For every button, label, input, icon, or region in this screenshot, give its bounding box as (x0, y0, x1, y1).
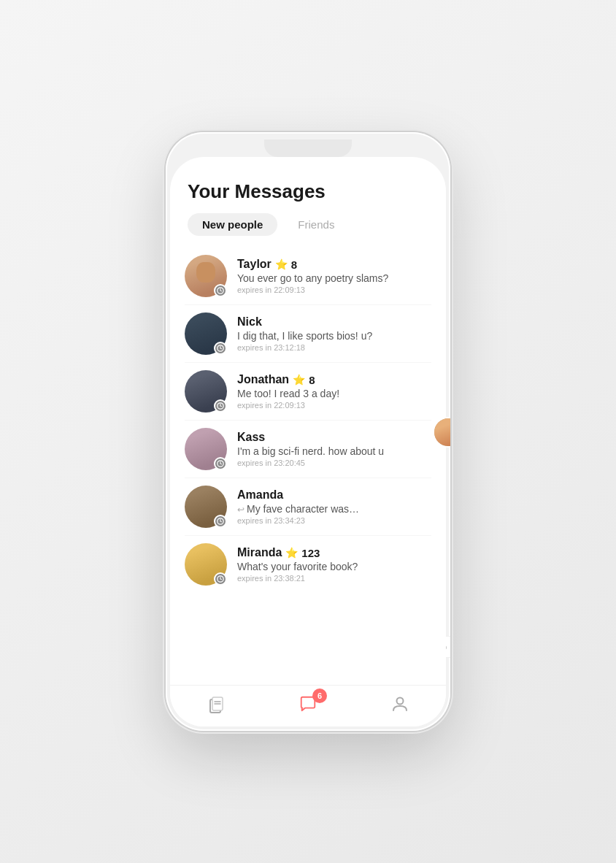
message-content-amanda: Amanda ↩My fave character was… expires i… (227, 488, 431, 525)
bottom-nav: 6 (170, 685, 446, 726)
message-item-nick[interactable]: Nick I dig that, I like sports bios! u? … (170, 305, 446, 362)
tabs-container: New people Friends (188, 213, 428, 236)
expires-miranda: expires in 23:38:21 (237, 574, 431, 583)
phone-frame: Typ Your Messages New people Friends (166, 132, 450, 731)
expires-taylor: expires in 22:09:13 (237, 285, 431, 294)
cards-icon (207, 694, 226, 713)
tab-new-people[interactable]: New people (188, 213, 277, 236)
star-miranda: ⭐ (285, 547, 298, 559)
timer-badge-nick (214, 342, 227, 355)
message-content-nick: Nick I dig that, I like sports bios! u? … (227, 315, 431, 352)
message-content-jonathan: Jonathan ⭐ 8 Me too! I read 3 a day! exp… (227, 373, 431, 410)
page-title: Your Messages (188, 180, 428, 203)
back-button[interactable] (442, 220, 450, 249)
header: Your Messages New people Friends (170, 169, 446, 248)
star-jonathan: ⭐ (293, 374, 305, 386)
message-item-miranda[interactable]: Miranda ⭐ 123 What's your favorite book?… (170, 536, 446, 593)
name-taylor: Taylor (237, 258, 272, 271)
expires-nick: expires in 23:12:18 (237, 343, 431, 352)
preview-kass: I'm a big sci-fi nerd. how about u (237, 445, 431, 457)
message-list: Taylor ⭐ 8 You ever go to any poetry sla… (170, 248, 446, 685)
message-item-taylor[interactable]: Taylor ⭐ 8 You ever go to any poetry sla… (170, 248, 446, 304)
message-item-kass[interactable]: Kass I'm a big sci-fi nerd. how about u … (170, 421, 446, 477)
preview-miranda: What's your favorite book? (237, 561, 431, 572)
score-miranda: 123 (301, 547, 320, 559)
message-item-amanda[interactable]: Amanda ↩My fave character was… expires i… (170, 478, 446, 535)
messages-badge: 6 (312, 689, 327, 703)
svg-line-14 (220, 521, 222, 522)
svg-line-17 (220, 579, 222, 580)
svg-point-22 (397, 698, 404, 705)
phone-wrapper: Typ Your Messages New people Friends (0, 0, 616, 863)
preview-taylor: You ever go to any poetry slams? (237, 272, 431, 284)
avatar-container-nick (185, 312, 227, 355)
name-row-miranda: Miranda ⭐ 123 (237, 546, 431, 559)
timer-badge-kass (214, 457, 227, 470)
message-content-taylor: Taylor ⭐ 8 You ever go to any poetry sla… (227, 258, 431, 294)
screen: Your Messages New people Friends (170, 157, 446, 726)
avatar-container-taylor (185, 255, 227, 297)
preview-jonathan: Me too! I read 3 a day! (237, 388, 431, 399)
nav-messages[interactable]: 6 (286, 694, 330, 713)
expires-amanda: expires in 23:34:23 (237, 516, 431, 525)
message-content-miranda: Miranda ⭐ 123 What's your favorite book?… (227, 546, 431, 583)
name-miranda: Miranda (237, 546, 282, 559)
score-jonathan: 8 (309, 374, 315, 386)
name-kass: Kass (237, 431, 265, 444)
name-jonathan: Jonathan (237, 373, 289, 386)
star-taylor: ⭐ (275, 258, 288, 270)
avatar-container-jonathan (185, 370, 227, 413)
timer-badge-taylor (214, 284, 227, 297)
name-row-nick: Nick (237, 315, 431, 329)
expires-jonathan: expires in 22:09:13 (237, 401, 431, 410)
timer-badge-amanda (214, 515, 227, 528)
notch-area (166, 132, 450, 157)
name-row-kass: Kass (237, 431, 431, 444)
notch (264, 139, 352, 157)
svg-line-5 (220, 348, 222, 349)
name-row-taylor: Taylor ⭐ 8 (237, 258, 431, 271)
score-taylor: 8 (291, 258, 297, 271)
avatar-container-miranda (185, 543, 227, 586)
screen-inner: Your Messages New people Friends (170, 157, 446, 726)
tab-friends[interactable]: Friends (283, 213, 349, 236)
message-item-jonathan[interactable]: Jonathan ⭐ 8 Me too! I read 3 a day! exp… (170, 363, 446, 420)
preview-amanda: ↩My fave character was… (237, 503, 431, 515)
message-content-kass: Kass I'm a big sci-fi nerd. how about u … (227, 431, 431, 467)
nav-profile[interactable] (378, 694, 422, 713)
preview-nick: I dig that, I like sports bios! u? (237, 330, 431, 342)
timer-badge-jonathan (214, 399, 227, 413)
svg-line-11 (220, 464, 222, 464)
nav-discover[interactable] (194, 694, 238, 713)
name-row-jonathan: Jonathan ⭐ 8 (237, 373, 431, 386)
avatar-container-kass (185, 428, 227, 470)
avatar-container-amanda (185, 486, 227, 528)
timer-badge-miranda (214, 572, 227, 586)
svg-line-2 (220, 291, 222, 291)
person-icon (390, 694, 409, 713)
name-nick: Nick (237, 315, 262, 329)
name-row-amanda: Amanda (237, 488, 431, 502)
name-amanda: Amanda (237, 488, 283, 502)
svg-line-8 (220, 406, 222, 407)
reply-icon-amanda: ↩ (237, 505, 245, 515)
expires-kass: expires in 23:20:45 (237, 459, 431, 467)
